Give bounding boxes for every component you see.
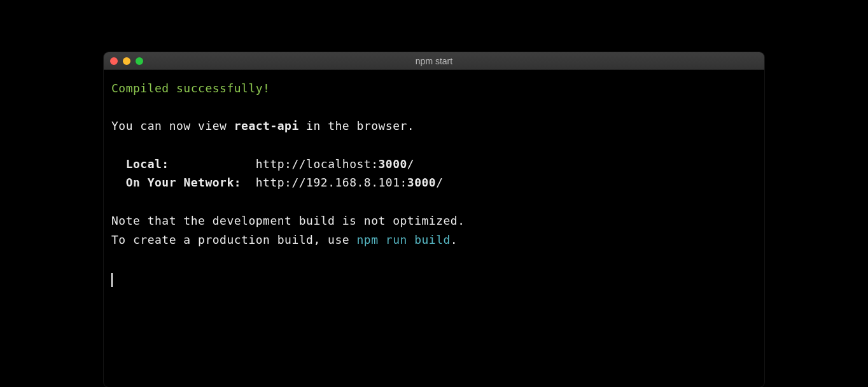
title-bar[interactable]: npm start xyxy=(104,52,764,70)
window-title: npm start xyxy=(104,56,764,66)
close-button[interactable] xyxy=(110,57,118,65)
local-port: 3000 xyxy=(379,157,407,171)
network-label: On Your Network: xyxy=(126,176,241,189)
traffic-lights xyxy=(110,57,143,65)
note-line-2: To create a production build, use npm ru… xyxy=(111,233,458,246)
compile-success-message: Compiled successfully! xyxy=(111,81,270,95)
terminal-window: npm start Compiled successfully! You can… xyxy=(104,52,764,387)
view-line: You can now view react-api in the browse… xyxy=(111,119,414,132)
cursor xyxy=(111,273,113,287)
local-label: Local: xyxy=(126,157,169,171)
network-url: http://192.168.8.101:3000/ xyxy=(256,176,444,189)
build-command: npm run build xyxy=(356,233,450,246)
network-port: 3000 xyxy=(407,176,436,189)
minimize-button[interactable] xyxy=(123,57,130,65)
app-name: react-api xyxy=(234,119,299,132)
local-url: http://localhost:3000/ xyxy=(256,157,414,171)
view-suffix: in the browser. xyxy=(299,119,414,132)
terminal-body[interactable]: Compiled successfully! You can now view … xyxy=(104,70,764,299)
maximize-button[interactable] xyxy=(136,57,143,65)
note-line-1: Note that the development build is not o… xyxy=(111,214,465,227)
view-prefix: You can now view xyxy=(111,119,234,132)
